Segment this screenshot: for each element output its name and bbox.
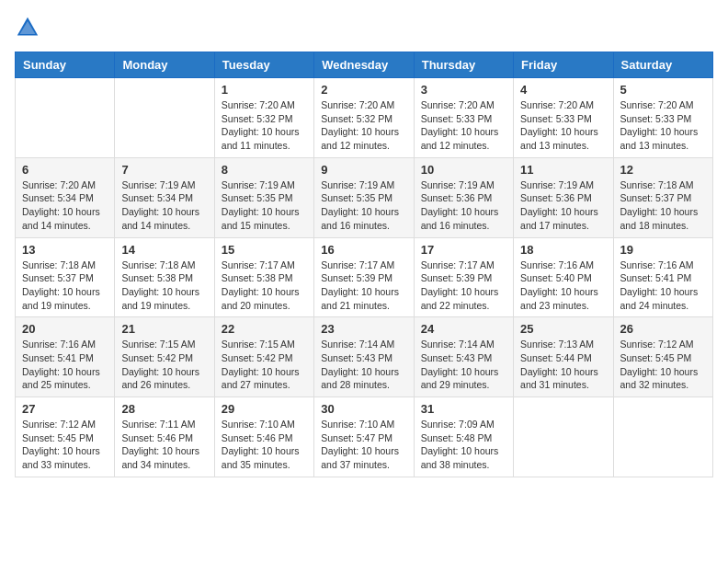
day-info: Sunrise: 7:19 AM Sunset: 5:36 PM Dayligh… xyxy=(520,178,606,233)
day-number: 20 xyxy=(22,322,108,336)
daylight-text: Daylight: 10 hours and 19 minutes. xyxy=(22,286,100,311)
day-number: 18 xyxy=(520,243,606,257)
daylight-text: Daylight: 10 hours and 17 minutes. xyxy=(520,206,598,231)
day-of-week-header: Tuesday xyxy=(214,52,313,78)
day-info: Sunrise: 7:09 AM Sunset: 5:48 PM Dayligh… xyxy=(421,418,506,472)
daylight-text: Daylight: 10 hours and 19 minutes. xyxy=(121,286,199,311)
day-number: 11 xyxy=(520,163,606,177)
sunrise-text: Sunrise: 7:20 AM xyxy=(520,99,594,110)
daylight-text: Daylight: 10 hours and 13 minutes. xyxy=(520,126,598,151)
sunrise-text: Sunrise: 7:19 AM xyxy=(321,179,394,190)
day-number: 2 xyxy=(321,83,406,97)
calendar-day-cell: 5 Sunrise: 7:20 AM Sunset: 5:33 PM Dayli… xyxy=(613,78,712,158)
sunset-text: Sunset: 5:42 PM xyxy=(121,352,193,363)
sunrise-text: Sunrise: 7:20 AM xyxy=(222,99,295,110)
day-info: Sunrise: 7:10 AM Sunset: 5:46 PM Dayligh… xyxy=(222,418,307,472)
sunset-text: Sunset: 5:45 PM xyxy=(22,432,94,443)
day-number: 29 xyxy=(222,402,307,416)
day-number: 28 xyxy=(121,402,207,416)
calendar-header-row: SundayMondayTuesdayWednesdayThursdayFrid… xyxy=(16,52,713,78)
sunset-text: Sunset: 5:44 PM xyxy=(520,352,592,363)
calendar-day-cell: 8 Sunrise: 7:19 AM Sunset: 5:35 PM Dayli… xyxy=(214,157,313,237)
day-number: 22 xyxy=(222,322,307,336)
day-number: 30 xyxy=(321,402,406,416)
calendar-day-cell: 2 Sunrise: 7:20 AM Sunset: 5:32 PM Dayli… xyxy=(314,78,414,158)
day-info: Sunrise: 7:18 AM Sunset: 5:37 PM Dayligh… xyxy=(620,178,706,233)
day-number: 24 xyxy=(421,322,506,336)
day-number: 25 xyxy=(520,322,606,336)
calendar-day-cell: 1 Sunrise: 7:20 AM Sunset: 5:32 PM Dayli… xyxy=(214,78,313,158)
day-info: Sunrise: 7:17 AM Sunset: 5:39 PM Dayligh… xyxy=(321,259,406,313)
day-info: Sunrise: 7:17 AM Sunset: 5:38 PM Dayligh… xyxy=(222,259,307,313)
sunrise-text: Sunrise: 7:12 AM xyxy=(22,419,96,430)
daylight-text: Daylight: 10 hours and 33 minutes. xyxy=(22,445,100,470)
calendar-day-cell: 31 Sunrise: 7:09 AM Sunset: 5:48 PM Dayl… xyxy=(414,397,513,477)
daylight-text: Daylight: 10 hours and 29 minutes. xyxy=(421,366,499,391)
calendar-day-cell: 13 Sunrise: 7:18 AM Sunset: 5:37 PM Dayl… xyxy=(16,237,115,317)
sunset-text: Sunset: 5:41 PM xyxy=(620,272,692,283)
calendar-day-cell xyxy=(613,397,712,477)
sunrise-text: Sunrise: 7:11 AM xyxy=(121,419,195,430)
calendar-day-cell: 19 Sunrise: 7:16 AM Sunset: 5:41 PM Dayl… xyxy=(613,237,712,317)
sunrise-text: Sunrise: 7:16 AM xyxy=(22,339,96,350)
sunset-text: Sunset: 5:34 PM xyxy=(22,192,94,203)
day-number: 10 xyxy=(421,163,506,177)
daylight-text: Daylight: 10 hours and 13 minutes. xyxy=(620,126,699,151)
day-info: Sunrise: 7:17 AM Sunset: 5:39 PM Dayligh… xyxy=(421,259,506,313)
day-info: Sunrise: 7:18 AM Sunset: 5:38 PM Dayligh… xyxy=(121,259,207,313)
day-of-week-header: Monday xyxy=(115,52,214,78)
daylight-text: Daylight: 10 hours and 14 minutes. xyxy=(22,206,100,231)
calendar-table: SundayMondayTuesdayWednesdayThursdayFrid… xyxy=(15,52,713,477)
sunrise-text: Sunrise: 7:17 AM xyxy=(321,259,394,270)
sunrise-text: Sunrise: 7:20 AM xyxy=(620,99,694,110)
day-info: Sunrise: 7:19 AM Sunset: 5:35 PM Dayligh… xyxy=(321,178,406,233)
sunset-text: Sunset: 5:46 PM xyxy=(121,432,193,443)
calendar-day-cell: 15 Sunrise: 7:17 AM Sunset: 5:38 PM Dayl… xyxy=(214,237,313,317)
calendar-day-cell: 26 Sunrise: 7:12 AM Sunset: 5:45 PM Dayl… xyxy=(613,317,712,397)
day-info: Sunrise: 7:20 AM Sunset: 5:33 PM Dayligh… xyxy=(620,98,706,153)
calendar-day-cell: 27 Sunrise: 7:12 AM Sunset: 5:45 PM Dayl… xyxy=(16,397,115,477)
daylight-text: Daylight: 10 hours and 21 minutes. xyxy=(321,286,399,311)
day-number: 26 xyxy=(620,322,706,336)
sunrise-text: Sunrise: 7:18 AM xyxy=(620,179,694,190)
sunrise-text: Sunrise: 7:18 AM xyxy=(121,259,195,270)
daylight-text: Daylight: 10 hours and 20 minutes. xyxy=(222,286,300,311)
daylight-text: Daylight: 10 hours and 34 minutes. xyxy=(121,445,199,470)
calendar-day-cell: 28 Sunrise: 7:11 AM Sunset: 5:46 PM Dayl… xyxy=(115,397,214,477)
page-header xyxy=(15,15,713,40)
daylight-text: Daylight: 10 hours and 38 minutes. xyxy=(421,445,499,470)
calendar-day-cell: 29 Sunrise: 7:10 AM Sunset: 5:46 PM Dayl… xyxy=(214,397,313,477)
calendar-day-cell: 23 Sunrise: 7:14 AM Sunset: 5:43 PM Dayl… xyxy=(314,317,414,397)
calendar-day-cell xyxy=(16,78,115,158)
calendar-day-cell: 3 Sunrise: 7:20 AM Sunset: 5:33 PM Dayli… xyxy=(414,78,513,158)
sunrise-text: Sunrise: 7:17 AM xyxy=(421,259,495,270)
sunset-text: Sunset: 5:32 PM xyxy=(321,113,392,124)
sunrise-text: Sunrise: 7:20 AM xyxy=(22,179,96,190)
day-info: Sunrise: 7:11 AM Sunset: 5:46 PM Dayligh… xyxy=(121,418,207,472)
sunset-text: Sunset: 5:39 PM xyxy=(321,272,392,283)
sunset-text: Sunset: 5:36 PM xyxy=(421,192,493,203)
sunset-text: Sunset: 5:32 PM xyxy=(222,113,293,124)
day-number: 13 xyxy=(22,243,108,257)
day-info: Sunrise: 7:20 AM Sunset: 5:33 PM Dayligh… xyxy=(421,98,506,153)
day-of-week-header: Saturday xyxy=(613,52,712,78)
day-number: 27 xyxy=(22,402,108,416)
sunrise-text: Sunrise: 7:16 AM xyxy=(520,259,594,270)
day-number: 5 xyxy=(620,83,706,97)
day-info: Sunrise: 7:16 AM Sunset: 5:41 PM Dayligh… xyxy=(22,338,108,392)
sunrise-text: Sunrise: 7:10 AM xyxy=(321,419,394,430)
day-number: 31 xyxy=(421,402,506,416)
sunrise-text: Sunrise: 7:17 AM xyxy=(222,259,295,270)
sunrise-text: Sunrise: 7:14 AM xyxy=(321,339,394,350)
sunset-text: Sunset: 5:35 PM xyxy=(321,192,392,203)
calendar-day-cell: 16 Sunrise: 7:17 AM Sunset: 5:39 PM Dayl… xyxy=(314,237,414,317)
day-info: Sunrise: 7:10 AM Sunset: 5:47 PM Dayligh… xyxy=(321,418,406,472)
sunrise-text: Sunrise: 7:19 AM xyxy=(222,179,295,190)
calendar-day-cell: 4 Sunrise: 7:20 AM Sunset: 5:33 PM Dayli… xyxy=(514,78,613,158)
sunset-text: Sunset: 5:38 PM xyxy=(121,272,193,283)
day-number: 4 xyxy=(520,83,606,97)
sunset-text: Sunset: 5:34 PM xyxy=(121,192,193,203)
sunset-text: Sunset: 5:43 PM xyxy=(421,352,493,363)
daylight-text: Daylight: 10 hours and 11 minutes. xyxy=(222,126,300,151)
day-of-week-header: Sunday xyxy=(16,52,115,78)
